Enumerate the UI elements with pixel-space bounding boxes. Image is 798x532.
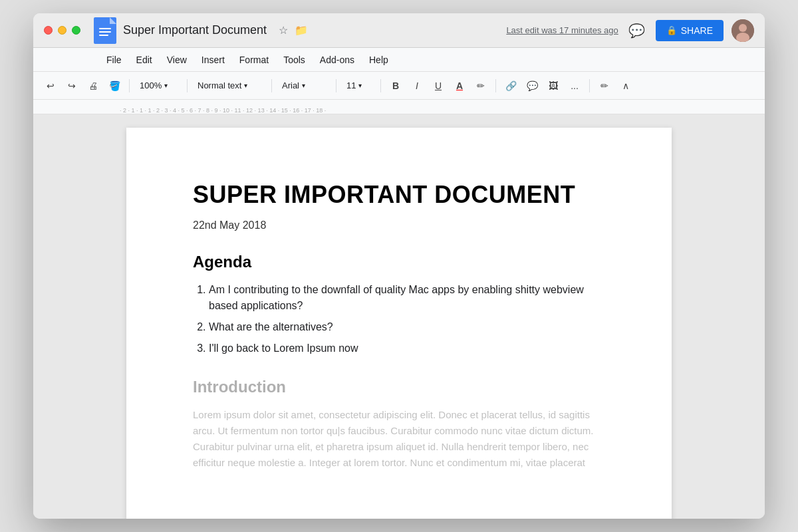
link-button[interactable]: 🔗 [501, 76, 520, 95]
list-item-3: I'll go back to Lorem Ipsum now [209, 340, 605, 356]
svg-point-6 [739, 24, 747, 32]
size-chevron: ▾ [358, 82, 362, 89]
titlebar-icons: ☆ 📁 [279, 24, 308, 37]
svg-rect-3 [99, 31, 111, 33]
list-item-2: What are the alternatives? [209, 319, 605, 335]
agenda-section-title: Agenda [193, 253, 605, 271]
toolbar-divider-3 [271, 79, 272, 92]
agenda-list: Am I contributing to the downfall of qua… [209, 282, 605, 356]
font-size-selector[interactable]: 11 ▾ [342, 76, 375, 95]
font-selector[interactable]: Arial ▾ [277, 76, 331, 95]
comment-icon[interactable]: 💬 [626, 20, 648, 41]
menu-insert[interactable]: Insert [195, 52, 231, 68]
menu-view[interactable]: View [160, 52, 194, 68]
ruler-marks: · 2 · 1 · 1 · 1 · 2 · 3 · 4 · 5 · 6 · 7 … [120, 100, 678, 114]
toolbar-divider-5 [380, 79, 381, 92]
document-area[interactable]: SUPER IMPORTANT DOCUMENT 22nd May 2018 A… [33, 114, 765, 519]
toolbar-divider-4 [336, 79, 336, 92]
share-label: SHARE [681, 25, 713, 36]
underline-button[interactable]: U [429, 76, 448, 95]
insert-image-button[interactable]: 🖼 [544, 76, 563, 95]
document-page: SUPER IMPORTANT DOCUMENT 22nd May 2018 A… [126, 128, 672, 519]
menubar: File Edit View Insert Format Tools Add-o… [33, 48, 765, 72]
bold-button[interactable]: B [386, 76, 405, 95]
redo-button[interactable]: ↪ [63, 76, 81, 95]
edit-mode-button[interactable]: ✏ [595, 76, 614, 95]
svg-rect-2 [99, 28, 111, 29]
toolbar-divider-6 [495, 79, 496, 92]
menu-edit[interactable]: Edit [130, 52, 159, 68]
more-options-button[interactable]: ... [565, 76, 584, 95]
font-color-button[interactable]: A [450, 76, 469, 95]
menu-file[interactable]: File [100, 52, 128, 68]
list-item-1: Am I contributing to the downfall of qua… [209, 282, 605, 314]
insert-comment-button[interactable]: 💬 [523, 76, 541, 95]
document-date: 22nd May 2018 [193, 219, 605, 231]
maximize-button[interactable] [72, 26, 80, 35]
zoom-value: 100% [140, 80, 162, 90]
titlebar-right: Last edit was 17 minutes ago 💬 🔒 SHARE [506, 19, 754, 42]
zoom-chevron: ▾ [164, 82, 168, 89]
gdocs-icon [94, 17, 116, 44]
traffic-lights [44, 26, 80, 35]
intro-section-title: Introduction [193, 378, 605, 396]
user-avatar[interactable] [732, 19, 754, 42]
menu-format[interactable]: Format [233, 52, 275, 68]
document-title: Super Important Document [123, 23, 267, 37]
menu-help[interactable]: Help [362, 52, 395, 68]
folder-icon[interactable]: 📁 [295, 24, 308, 37]
font-chevron: ▾ [302, 82, 305, 89]
toolbar: ↩ ↪ 🖨 🪣 100% ▾ Normal text ▾ Arial ▾ 11 … [33, 72, 765, 100]
intro-text: Lorem ipsum dolor sit amet, consectetur … [193, 407, 605, 471]
menu-tools[interactable]: Tools [277, 52, 312, 68]
titlebar: Super Important Document ☆ 📁 Last edit w… [33, 13, 765, 48]
more-label: ... [571, 80, 579, 91]
document-main-title: SUPER IMPORTANT DOCUMENT [193, 181, 605, 209]
star-icon[interactable]: ☆ [279, 24, 288, 37]
undo-button[interactable]: ↩ [41, 76, 60, 95]
menu-addons[interactable]: Add-ons [313, 52, 361, 68]
avatar-image [732, 19, 754, 42]
ruler-text: · 2 · 1 · 1 · 1 · 2 · 3 · 4 · 5 · 6 · 7 … [120, 107, 326, 114]
last-edit-text[interactable]: Last edit was 17 minutes ago [506, 25, 618, 35]
highlight-button[interactable]: ✏ [471, 76, 490, 95]
paint-format-button[interactable]: 🪣 [105, 76, 124, 95]
close-button[interactable] [44, 26, 53, 35]
lock-icon: 🔒 [666, 25, 677, 35]
print-button[interactable]: 🖨 [84, 76, 102, 95]
main-window: Super Important Document ☆ 📁 Last edit w… [33, 13, 765, 519]
expand-toolbar-button[interactable]: ∧ [616, 76, 635, 95]
style-selector[interactable]: Normal text ▾ [193, 76, 266, 95]
font-value: Arial [282, 80, 299, 90]
minimize-button[interactable] [58, 26, 66, 35]
size-value: 11 [346, 80, 356, 90]
zoom-selector[interactable]: 100% ▾ [135, 76, 182, 95]
toolbar-divider-2 [187, 79, 188, 92]
menu-items: File Edit View Insert Format Tools Add-o… [100, 52, 395, 68]
share-button[interactable]: 🔒 SHARE [656, 20, 724, 41]
titlebar-center: Super Important Document ☆ 📁 [94, 17, 308, 44]
toolbar-divider-1 [129, 79, 130, 92]
toolbar-divider-7 [589, 79, 590, 92]
style-chevron: ▾ [244, 82, 247, 89]
svg-rect-4 [99, 35, 108, 36]
italic-button[interactable]: I [408, 76, 426, 95]
ruler: · 2 · 1 · 1 · 1 · 2 · 3 · 4 · 5 · 6 · 7 … [33, 100, 765, 114]
style-value: Normal text [198, 80, 241, 90]
